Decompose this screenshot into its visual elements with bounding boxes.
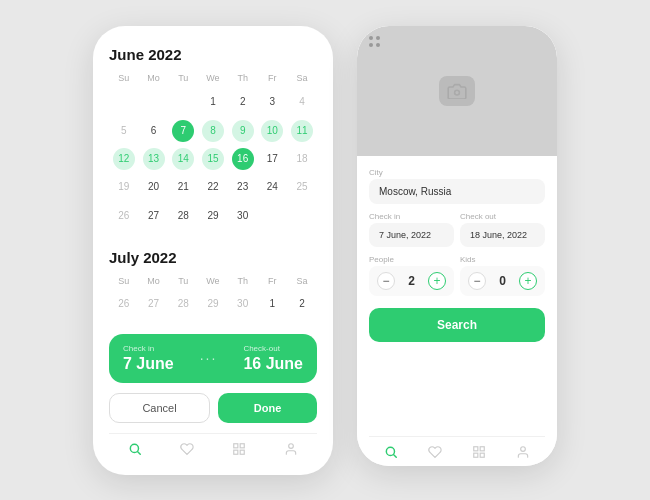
map-nav-icon[interactable] (232, 442, 246, 459)
day-header-fr: Fr (258, 71, 288, 87)
day-cell[interactable]: 12 (109, 145, 139, 173)
day-cell[interactable]: 18 (287, 145, 317, 173)
day-cell[interactable]: 11 (287, 117, 317, 145)
june-calendar: Su Mo Tu We Th Fr Sa 1234567891011121314… (109, 71, 317, 231)
checkout-field-group: Check out 18 June, 2022 (460, 212, 545, 247)
map-nav-icon-right[interactable] (472, 445, 486, 462)
checkout-date: 16 June (243, 355, 303, 373)
day-cell[interactable]: 10 (258, 117, 288, 145)
kids-counter-group: Kids − 0 + (460, 255, 545, 296)
svg-rect-12 (474, 453, 478, 457)
checkin-bar: Check in 7 June ··· Check-out 16 June (109, 334, 317, 383)
day-cell[interactable]: 23 (228, 173, 258, 201)
june-title: June 2022 (109, 46, 317, 63)
day-cell (287, 201, 317, 231)
right-phone: City Moscow, Russia Check in 7 June, 202… (357, 26, 557, 466)
day-cell[interactable]: 26 (109, 201, 139, 231)
search-nav-icon-right[interactable] (384, 445, 398, 462)
day-cell[interactable]: 4 (287, 87, 317, 117)
counters-row: People − 2 + Kids − 0 + (369, 255, 545, 296)
day-cell[interactable]: 26 (109, 290, 139, 318)
day-header-tu: Tu (168, 71, 198, 87)
day-cell[interactable]: 3 (258, 87, 288, 117)
checkin-block: Check in 7 June (123, 344, 174, 373)
done-button[interactable]: Done (218, 393, 317, 423)
search-button[interactable]: Search (369, 308, 545, 342)
day-cell[interactable]: 28 (168, 201, 198, 231)
day-cell[interactable]: 19 (109, 173, 139, 201)
checkin-field-label: Check in (369, 212, 454, 221)
day-header-su: Su (109, 71, 139, 87)
user-nav-icon[interactable] (284, 442, 298, 459)
checkin-label: Check in (123, 344, 174, 353)
day-cell[interactable]: 1 (258, 290, 288, 318)
day-cell[interactable]: 14 (168, 145, 198, 173)
checkin-separator: ··· (200, 350, 218, 366)
day-cell[interactable]: 21 (168, 173, 198, 201)
people-decrement[interactable]: − (377, 272, 395, 290)
day-cell[interactable]: 29 (198, 201, 228, 231)
people-increment[interactable]: + (428, 272, 446, 290)
hotel-image (357, 26, 557, 156)
kids-counter: − 0 + (460, 266, 545, 296)
july-calendar: Su Mo Tu We Th Fr Sa 262728293012 (109, 274, 317, 318)
day-cell[interactable]: 27 (139, 201, 169, 231)
kids-label: Kids (460, 255, 545, 264)
city-input[interactable]: Moscow, Russia (369, 179, 545, 204)
day-cell[interactable]: 29 (198, 290, 228, 318)
bottom-nav-left (109, 433, 317, 463)
checkin-field-group: Check in 7 June, 2022 (369, 212, 454, 247)
day-cell[interactable]: 5 (109, 117, 139, 145)
svg-rect-10 (474, 446, 478, 450)
kids-value: 0 (499, 274, 506, 288)
day-cell[interactable]: 7 (168, 117, 198, 145)
kids-decrement[interactable]: − (468, 272, 486, 290)
day-cell[interactable]: 6 (139, 117, 169, 145)
dates-row: Check in 7 June, 2022 Check out 18 June,… (369, 212, 545, 247)
heart-nav-icon-right[interactable] (428, 445, 442, 462)
svg-rect-3 (240, 443, 244, 447)
grip-dots (369, 36, 380, 47)
day-cell[interactable]: 8 (198, 117, 228, 145)
day-cell (109, 87, 139, 117)
search-nav-icon[interactable] (128, 442, 142, 459)
checkin-date: 7 June (123, 355, 174, 373)
user-nav-icon-right[interactable] (516, 445, 530, 462)
day-cell (139, 87, 169, 117)
checkout-field-input[interactable]: 18 June, 2022 (460, 223, 545, 247)
city-label: City (369, 168, 545, 177)
day-cell[interactable]: 2 (287, 290, 317, 318)
day-header-mo: Mo (139, 71, 169, 87)
day-cell[interactable]: 25 (287, 173, 317, 201)
day-cell[interactable]: 30 (228, 290, 258, 318)
day-header-we: We (198, 71, 228, 87)
form-area: City Moscow, Russia Check in 7 June, 202… (357, 156, 557, 466)
day-cell[interactable]: 30 (228, 201, 258, 231)
svg-rect-13 (480, 453, 484, 457)
day-cell[interactable]: 9 (228, 117, 258, 145)
day-cell[interactable]: 20 (139, 173, 169, 201)
svg-rect-2 (234, 443, 238, 447)
svg-line-9 (394, 454, 397, 457)
people-value: 2 (408, 274, 415, 288)
kids-increment[interactable]: + (519, 272, 537, 290)
heart-nav-icon[interactable] (180, 442, 194, 459)
day-header-sa: Sa (287, 71, 317, 87)
checkin-field-input[interactable]: 7 June, 2022 (369, 223, 454, 247)
day-cell[interactable]: 27 (139, 290, 169, 318)
cancel-button[interactable]: Cancel (109, 393, 210, 423)
day-cell[interactable]: 17 (258, 145, 288, 173)
svg-point-14 (521, 446, 526, 451)
day-cell[interactable]: 2 (228, 87, 258, 117)
city-field-group: City Moscow, Russia (369, 168, 545, 204)
day-cell[interactable]: 28 (168, 290, 198, 318)
svg-line-1 (138, 451, 141, 454)
day-cell[interactable]: 22 (198, 173, 228, 201)
day-header-th: Th (228, 71, 258, 87)
day-cell[interactable]: 1 (198, 87, 228, 117)
day-cell[interactable]: 16 (228, 145, 258, 173)
day-cell[interactable]: 15 (198, 145, 228, 173)
svg-point-7 (455, 90, 460, 95)
day-cell[interactable]: 13 (139, 145, 169, 173)
day-cell[interactable]: 24 (258, 173, 288, 201)
